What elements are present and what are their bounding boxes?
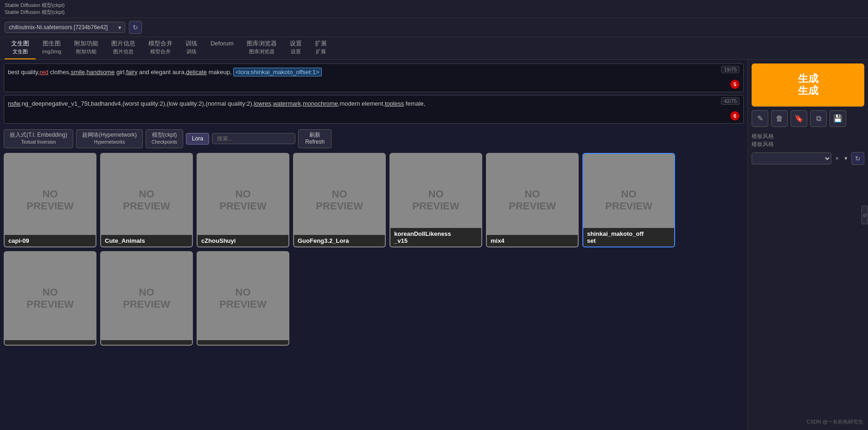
right-panel: 生成生成 ✎ 🗑 🔖 ⧉ 💾 楼板风格楼板风格 × ▾ ↻ xyxy=(747,60,868,430)
edit-button[interactable]: ✎ xyxy=(752,110,768,127)
style-select-arrow[interactable]: ▾ xyxy=(842,155,849,162)
lora-card-label-korean-doll: koreanDollLikeness_v15 xyxy=(390,228,481,247)
lora-card-r2c1[interactable]: NOPREVIEW xyxy=(4,251,96,346)
top-bar: Stable Diffusion 模型(ckpt) Stable Diffusi… xyxy=(0,0,868,18)
underline-topless: topless xyxy=(385,100,404,107)
tab-hypernetworks[interactable]: 超网络(Hypernetwork)Hypernetworks xyxy=(76,129,143,148)
lora-card-img-mix4: NOPREVIEW xyxy=(487,154,578,247)
positive-prompt-counter: 19/75 xyxy=(721,66,740,73)
lora-card-img-cute-animals: NOPREVIEW xyxy=(101,154,192,247)
lora-card-img-capi09: NOPREVIEW xyxy=(5,154,96,247)
positive-prompt-display[interactable]: best quality,red clothes,smile,handsome … xyxy=(4,64,743,92)
style-label: 楼板风格楼板风格 xyxy=(752,133,864,148)
handle-icon: ⊙ xyxy=(863,213,867,218)
main-content: 19/75 best quality,red clothes,smile,han… xyxy=(0,60,868,430)
no-preview-text: NOPREVIEW xyxy=(26,188,73,213)
tab-txt2img[interactable]: 文生图文生图 xyxy=(5,37,36,59)
lora-card-shinkai[interactable]: NOPREVIEW shinkai_makoto_offset xyxy=(582,153,675,247)
lora-card-mix4[interactable]: NOPREVIEW mix4 xyxy=(486,153,579,247)
no-preview-text-korean: NOPREVIEW xyxy=(412,188,459,213)
tab-imginfo[interactable]: 图片信息图片信息 xyxy=(105,37,142,59)
lora-card-czhoushui[interactable]: NOPREVIEW cZhouShuyi xyxy=(197,153,289,247)
lora-search-input[interactable] xyxy=(212,133,295,144)
model-select-wrapper: chilloutmix-Ni.safetensors [7234b76e42] … xyxy=(5,22,125,33)
positive-prompt-badge: 5 xyxy=(730,80,740,89)
underline-handsome: handsome xyxy=(87,69,115,76)
lora-card-img-czhoushui: NOPREVIEW xyxy=(198,154,288,247)
negative-prompt-display[interactable]: nsfw,ng_deepnegative_v1_75t,badhandv4,(w… xyxy=(4,95,743,123)
lora-card-img-guofeng: NOPREVIEW xyxy=(294,154,385,247)
lora-card-label-r2c3 xyxy=(198,340,288,345)
lora-card-r2c2[interactable]: NOPREVIEW xyxy=(100,251,193,346)
underline-lowres: lowres xyxy=(254,100,271,107)
model-row: chilloutmix-Ni.safetensors [7234b76e42] … xyxy=(0,18,868,37)
no-preview-text-r2c3: NOPREVIEW xyxy=(219,286,266,311)
side-resize-handle[interactable]: ⊙ xyxy=(862,206,868,224)
underline-fairy: fairy xyxy=(126,69,138,76)
tab-extensions[interactable]: 扩展扩展 xyxy=(308,37,333,59)
tab-nav: 文生图文生图 图生图img2img 附加功能附加功能 图片信息图片信息 模型合并… xyxy=(0,37,868,60)
tab-deforum[interactable]: Deforum xyxy=(204,37,240,59)
left-panel: 19/75 best quality,red clothes,smile,han… xyxy=(0,60,747,430)
underline-smile: smile xyxy=(71,69,85,76)
positive-prompt-container: 19/75 best quality,red clothes,smile,han… xyxy=(4,63,744,92)
tab-settings[interactable]: 设置设置 xyxy=(283,37,308,59)
tab-gallery[interactable]: 图库浏览器图库浏览器 xyxy=(240,37,283,59)
lora-tag[interactable]: <lora:shinkai_makoto_offset:1> xyxy=(233,68,321,76)
style-select-row: × ▾ ↻ xyxy=(752,152,864,165)
tab-merge[interactable]: 模型合并模型合并 xyxy=(142,37,179,59)
lora-card-img-r2c1: NOPREVIEW xyxy=(5,252,96,345)
bookmark-button[interactable]: 🔖 xyxy=(791,110,807,127)
underline-delicate: delicate xyxy=(186,69,207,76)
no-preview-text-mix4: NOPREVIEW xyxy=(509,188,555,213)
lora-card-cute-animals[interactable]: NOPREVIEW Cute_Animals xyxy=(100,153,193,247)
lora-card-label-shinkai: shinkai_makoto_offset xyxy=(583,228,674,247)
top-bar-line1: Stable Diffusion 模型(ckpt) xyxy=(5,2,863,9)
top-bar-line2: Stable Diffusion 模型(ckpt) xyxy=(5,9,863,16)
lora-cards-grid: NOPREVIEW capi-09 NOPREVIEW Cute_Animals… xyxy=(4,153,744,346)
lora-cards-scroll-area[interactable]: NOPREVIEW capi-09 NOPREVIEW Cute_Animals… xyxy=(4,153,744,430)
trash-button[interactable]: 🗑 xyxy=(771,110,788,127)
action-row: ✎ 🗑 🔖 ⧉ 💾 xyxy=(752,110,864,127)
lora-card-label-mix4: mix4 xyxy=(487,235,578,247)
tab-extras[interactable]: 附加功能附加功能 xyxy=(68,37,105,59)
model-select[interactable]: chilloutmix-Ni.safetensors [7234b76e42] xyxy=(5,22,125,33)
save-button[interactable]: 💾 xyxy=(830,110,846,127)
lora-card-img-r2c2: NOPREVIEW xyxy=(101,252,192,345)
underline-nsfw: nsfw xyxy=(8,100,20,107)
negative-prompt-counter: 42/75 xyxy=(721,97,740,105)
watermark: CSDN @一名机电研究生 xyxy=(807,418,863,425)
lora-card-capi09[interactable]: NOPREVIEW capi-09 xyxy=(4,153,96,247)
lora-card-guofeng[interactable]: NOPREVIEW GuoFeng3.2_Lora xyxy=(293,153,386,247)
lora-refresh-button[interactable]: 刷新Refresh xyxy=(298,129,332,148)
lora-card-img-r2c3: NOPREVIEW xyxy=(198,252,288,345)
style-select[interactable] xyxy=(752,152,831,164)
tab-img2img[interactable]: 图生图img2img xyxy=(36,37,68,59)
lora-card-label-guofeng: GuoFeng3.2_Lora xyxy=(294,235,385,247)
model-refresh-button[interactable]: ↻ xyxy=(129,21,142,34)
lora-card-korean-doll[interactable]: NOPREVIEW koreanDollLikeness_v15 xyxy=(389,153,482,247)
lora-card-label-r2c1 xyxy=(5,340,96,345)
no-preview-text-r2c2: NOPREVIEW xyxy=(123,286,170,311)
style-refresh-button[interactable]: ↻ xyxy=(851,152,864,165)
underline-monochrome: monochrome xyxy=(303,100,338,107)
lora-card-label-capi09: capi-09 xyxy=(5,235,96,247)
negative-prompt-container: 42/75 nsfw,ng_deepnegative_v1_75t,badhan… xyxy=(4,95,744,124)
no-preview-text-czhou: NOPREVIEW xyxy=(219,188,266,213)
lora-card-r2c3[interactable]: NOPREVIEW xyxy=(197,251,289,346)
underline-watermark: watermark xyxy=(273,100,301,107)
tab-lora[interactable]: Lora xyxy=(186,133,209,145)
tab-train[interactable]: 训练训练 xyxy=(179,37,204,59)
no-preview-text-cute: NOPREVIEW xyxy=(123,188,170,213)
copy-button[interactable]: ⧉ xyxy=(810,110,827,127)
sub-tab-row: 嵌入式(T.I. Embedding)Textual Inversion 超网络… xyxy=(4,126,744,150)
style-select-x[interactable]: × xyxy=(833,155,841,162)
negative-prompt-badge: 6 xyxy=(730,111,740,120)
no-preview-text-r2c1: NOPREVIEW xyxy=(26,286,73,311)
no-preview-text-guofeng: NOPREVIEW xyxy=(316,188,363,213)
tab-textual-inversion[interactable]: 嵌入式(T.I. Embedding)Textual Inversion xyxy=(4,129,73,148)
red-text-clothes: red xyxy=(39,69,48,76)
lora-card-label-r2c2 xyxy=(101,340,192,345)
generate-button[interactable]: 生成生成 xyxy=(752,63,864,107)
tab-checkpoints[interactable]: 模型(ckpt)Checkpoints xyxy=(146,129,183,148)
